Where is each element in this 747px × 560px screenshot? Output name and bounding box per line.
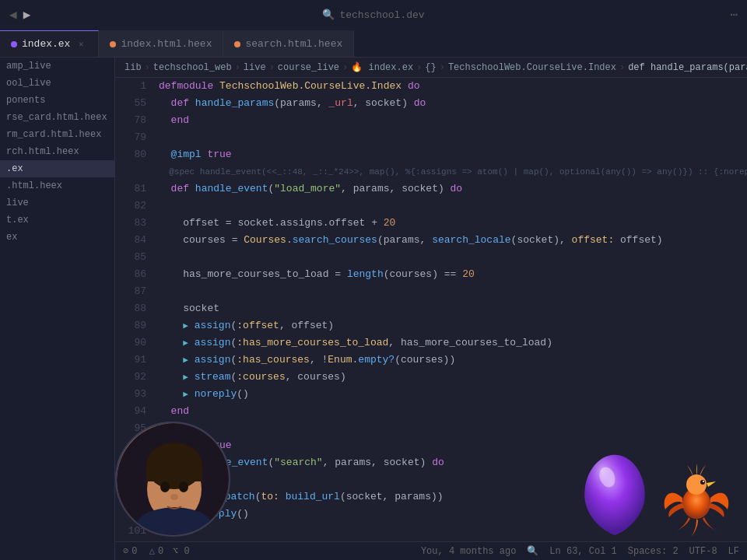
logo-area [580,451,731,537]
svg-point-2 [686,474,707,495]
tab-label: search.html.heex [245,38,342,50]
editor-wrapper: lib › techschool_web › live › course_liv… [115,58,747,560]
menu-button[interactable]: ⋯ [730,7,738,23]
search-icon: 🔍 [322,9,335,21]
code-line [159,129,747,146]
warning-value: 0 [158,546,163,557]
code-line: end [159,403,747,420]
code-line: @impl true [159,146,747,163]
line-ending: LF [728,546,739,557]
sidebar-item-search-heex[interactable]: rch.html.heex [0,143,114,160]
sidebar-item-index-ex[interactable]: .ex [0,160,114,177]
code-line: ▶ assign(:has_more_courses_to_load, has_… [159,334,747,352]
search-status-icon[interactable]: 🔍 [527,545,538,557]
code-line: end [159,112,747,129]
code-line: has_more_courses_to_load = length(course… [159,266,747,283]
code-line: def handle_params(params, _url, socket) … [159,95,747,112]
sidebar-item-ool-live[interactable]: ool_live [0,75,114,92]
git-info: You, 4 months ago [421,546,516,557]
sidebar-item-live[interactable]: live [0,194,114,212]
tab-label: index.ex [22,38,70,50]
code-line: ▶ assign(:offset, offset) [159,317,747,334]
code-line [159,198,747,215]
error-icon: ⊘ [123,545,128,557]
error-value: 0 [132,546,137,557]
back-button[interactable]: ◀ [9,7,17,23]
cursor-position: Ln 63, Col 1 [549,546,616,557]
main-area: amp_live ool_live ponents rse_card.html.… [0,58,747,560]
sidebar-item-t-ex[interactable]: t.ex [0,212,114,229]
tab-dot-heex [234,41,240,47]
sidebar-item-course-card-heex[interactable]: rse_card.html.heex [0,109,114,126]
tab-index-html-heex[interactable]: index.html.heex [99,30,223,57]
webcam-face [117,423,229,535]
tab-dot-elixir [11,41,17,47]
spaces-info: Spaces: 2 [628,546,679,557]
code-line [159,283,747,300]
svg-point-3 [700,480,705,485]
source-control: ⌥ 0 [173,545,190,557]
svg-point-9 [160,481,170,492]
status-bar: ⊘ 0 △ 0 ⌥ 0 You, 4 months ago 🔍 Ln 63, C… [115,541,747,560]
sidebar-item-ponents[interactable]: ponents [0,92,114,109]
tab-dot-heex [110,41,116,47]
sidebar-item-ex[interactable]: ex [0,229,114,246]
code-line: defmodule TechschoolWeb.CourseLive.Index… [159,78,747,95]
status-right: You, 4 months ago 🔍 Ln 63, Col 1 Spaces:… [421,545,739,557]
encoding-info: UTF-8 [689,546,717,557]
code-line: socket [159,300,747,317]
forward-button[interactable]: ▶ [23,7,31,23]
code-line: ▶ assign(:has_courses, !Enum.empty?(cour… [159,352,747,369]
webcam-overlay [115,422,230,537]
sidebar: amp_live ool_live ponents rse_card.html.… [0,58,115,560]
svg-point-4 [703,481,704,482]
code-line: offset = socket.assigns.offset + 20 [159,215,747,232]
code-line: courses = Courses.search_courses(params,… [159,232,747,249]
code-line-spec: @spec handle_event(<<_::48, _::_*24>>, m… [159,163,747,180]
error-count: ⊘ 0 △ 0 [123,545,163,557]
status-left: ⊘ 0 △ 0 ⌥ 0 [123,545,190,557]
sidebar-item-index-html-heex[interactable]: .html.heex [0,177,114,194]
warning-icon: △ [149,545,155,557]
svg-point-10 [179,481,188,492]
tab-label: index.html.heex [121,38,212,50]
tab-search-html-heex[interactable]: search.html.heex [223,30,354,57]
title-bar: ◀ ▶ 🔍 techschool.dev ⋯ [0,0,747,30]
code-line: def handle_event("load_more", params, so… [159,180,747,198]
svg-rect-8 [146,466,202,481]
tabs-bar: index.ex ✕ index.html.heex search.html.h… [0,30,747,58]
phoenix-logo [658,463,731,537]
sidebar-item-form-card-heex[interactable]: rm_card.html.heex [0,126,114,143]
tab-index-ex[interactable]: index.ex ✕ [0,30,99,57]
search-text: techschool.dev [339,9,424,21]
breadcrumb: lib › techschool_web › live › course_liv… [115,58,747,78]
elixir-logo [580,451,650,537]
code-line: ▶ noreply() [159,386,747,403]
sidebar-item-amp-live[interactable]: amp_live [0,58,114,75]
code-line [159,420,747,437]
nav-buttons: ◀ ▶ [9,7,30,23]
code-line [159,249,747,266]
code-line: ▶ stream(:courses, courses) [159,369,747,386]
code-line [159,540,747,541]
search-bar[interactable]: 🔍 techschool.dev [322,9,424,21]
tab-close-button[interactable]: ✕ [75,38,87,51]
svg-point-11 [170,494,178,500]
